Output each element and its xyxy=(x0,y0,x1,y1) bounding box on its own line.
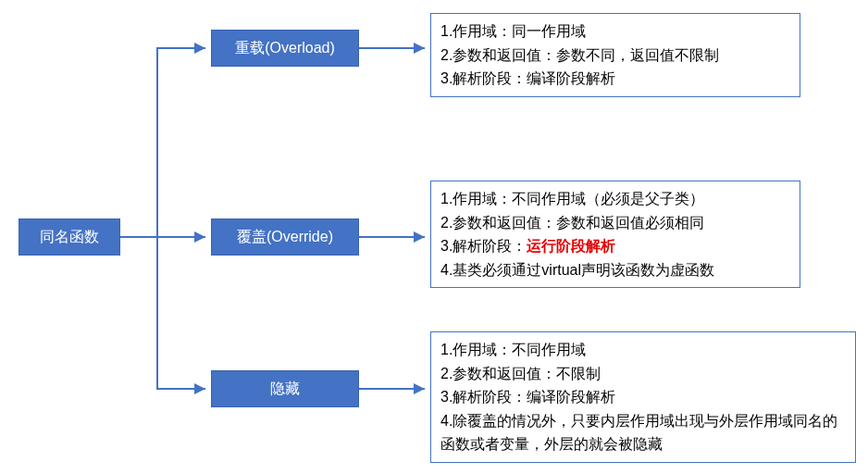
desc-overload: 1.作用域：同一作用域 2.参数和返回值：参数不同，返回值不限制 3.解析阶段：… xyxy=(430,13,800,97)
node-overload: 重载(Overload) xyxy=(211,30,359,67)
desc-hide-line3: 3.解析阶段：编译阶段解析 xyxy=(440,385,846,409)
desc-hide: 1.作用域：不同作用域 2.参数和返回值：不限制 3.解析阶段：编译阶段解析 4… xyxy=(430,331,856,463)
desc-override: 1.作用域：不同作用域（必须是父子类） 2.参数和返回值：参数和返回值必须相同 … xyxy=(430,181,800,288)
desc-overload-line2: 2.参数和返回值：参数不同，返回值不限制 xyxy=(440,44,790,68)
desc-hide-line4: 4.除覆盖的情况外，只要内层作用域出现与外层作用域同名的函数或者变量，外层的就会… xyxy=(440,409,846,456)
root-label: 同名函数 xyxy=(40,228,99,247)
desc-hide-line1: 1.作用域：不同作用域 xyxy=(440,338,846,362)
desc-overload-line1: 1.作用域：同一作用域 xyxy=(440,19,790,44)
root-node: 同名函数 xyxy=(19,218,120,256)
node-override-label: 覆盖(Override) xyxy=(237,228,333,247)
desc-hide-line2: 2.参数和返回值：不限制 xyxy=(440,362,846,386)
desc-override-line3: 3.解析阶段：运行阶段解析 xyxy=(440,234,790,258)
desc-override-line1: 1.作用域：不同作用域（必须是父子类） xyxy=(440,187,790,211)
node-override: 覆盖(Override) xyxy=(211,218,359,256)
node-hide: 隐藏 xyxy=(211,370,359,407)
desc-override-line3-highlight: 运行阶段解析 xyxy=(527,238,615,254)
node-overload-label: 重载(Overload) xyxy=(235,39,335,58)
desc-override-line4: 4.基类必须通过virtual声明该函数为虚函数 xyxy=(440,258,790,282)
desc-override-line2: 2.参数和返回值：参数和返回值必须相同 xyxy=(440,211,790,235)
desc-overload-line3: 3.解析阶段：编译阶段解析 xyxy=(440,67,790,91)
desc-override-line3-prefix: 3.解析阶段： xyxy=(440,238,527,254)
node-hide-label: 隐藏 xyxy=(270,380,300,399)
